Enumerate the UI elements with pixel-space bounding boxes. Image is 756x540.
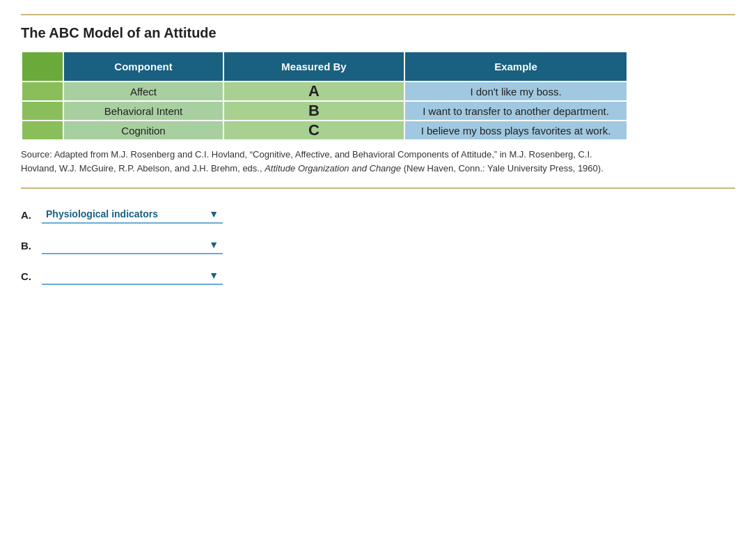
row-component: Behavioral Intent	[63, 101, 223, 121]
quiz-row: B. ▼	[21, 236, 735, 254]
quiz-dropdown[interactable]: ▼	[42, 236, 223, 254]
quiz-dropdown-value	[46, 270, 203, 281]
source-citation: Source: Adapted from M.J. Rosenberg and …	[21, 148, 627, 175]
row-letter-cell	[22, 101, 63, 121]
quiz-row: C. ▼	[21, 267, 735, 285]
row-letter-cell	[22, 82, 63, 101]
quiz-row-label: A.	[21, 209, 42, 221]
header-component: Component	[63, 52, 223, 82]
row-component: Affect	[63, 82, 223, 101]
top-divider	[21, 14, 735, 15]
abc-model-table: Component Measured By Example AffectAI d…	[21, 51, 628, 141]
row-example: I believe my boss plays favorites at wor…	[404, 121, 627, 140]
quiz-dropdown[interactable]: Physiological indicators▼	[42, 206, 223, 224]
table-row: AffectAI don't like my boss.	[22, 82, 627, 101]
row-measured-letter: B	[223, 101, 404, 121]
page-title: The ABC Model of an Attitude	[21, 25, 735, 41]
row-example: I want to transfer to another department…	[404, 101, 627, 121]
header-example: Example	[404, 52, 627, 82]
row-example: I don't like my boss.	[404, 82, 627, 101]
quiz-row-label: C.	[21, 270, 42, 282]
source-text-after: (New Haven, Conn.: Yale University Press…	[401, 163, 604, 173]
table-row: Behavioral IntentBI want to transfer to …	[22, 101, 627, 121]
quiz-section: A.Physiological indicators▼B. ▼C. ▼	[21, 206, 735, 285]
quiz-row: A.Physiological indicators▼	[21, 206, 735, 224]
row-component: Cognition	[63, 121, 223, 140]
chevron-down-icon: ▼	[209, 239, 219, 250]
header-letter-col	[22, 52, 63, 82]
header-measured-by: Measured By	[223, 52, 404, 82]
source-italic: Attitude Organization and Change	[265, 163, 401, 173]
quiz-row-label: B.	[21, 240, 42, 252]
chevron-down-icon: ▼	[209, 208, 219, 219]
bottom-divider	[21, 187, 735, 189]
table-row: CognitionCI believe my boss plays favori…	[22, 121, 627, 140]
quiz-dropdown[interactable]: ▼	[42, 267, 223, 285]
row-letter-cell	[22, 121, 63, 140]
quiz-dropdown-value	[46, 239, 203, 250]
row-measured-letter: C	[223, 121, 404, 140]
quiz-dropdown-value: Physiological indicators	[46, 208, 203, 219]
row-measured-letter: A	[223, 82, 404, 101]
chevron-down-icon: ▼	[209, 270, 219, 281]
